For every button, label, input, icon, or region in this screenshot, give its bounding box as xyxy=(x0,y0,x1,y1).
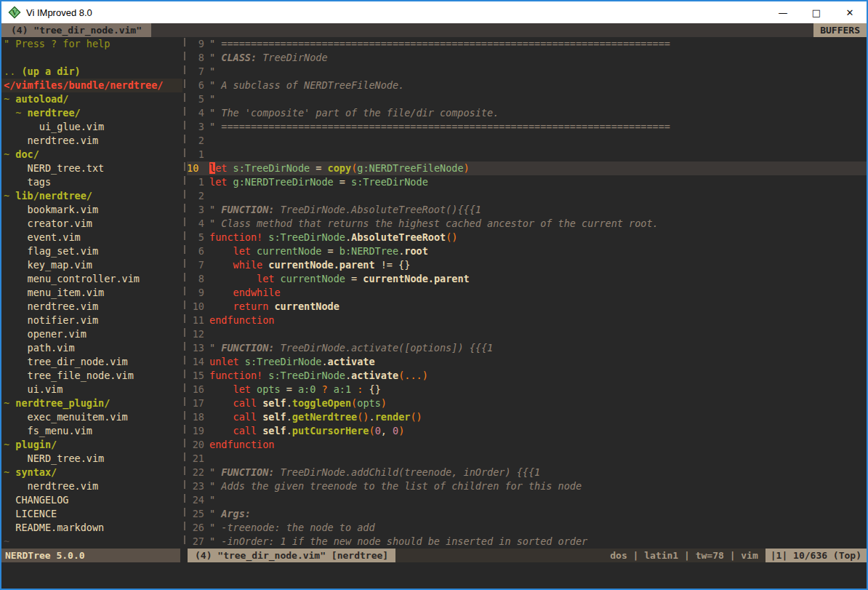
code-line[interactable]: 1 xyxy=(187,148,867,162)
tree-item[interactable]: tags xyxy=(4,175,182,189)
code-line[interactable]: 27" -inOrder: 1 if the new node should b… xyxy=(187,535,867,549)
code-line[interactable]: 9" =====================================… xyxy=(187,37,867,51)
token xyxy=(257,425,262,436)
tree-item[interactable]: ~ nerdtree_plugin/ xyxy=(4,396,182,410)
tree-item[interactable]: NERD_tree.vim xyxy=(4,452,182,466)
tree-item[interactable]: ~ autoload/ xyxy=(4,92,182,106)
buffers-label[interactable]: BUFFERS xyxy=(813,23,867,37)
vim-logo-icon: V xyxy=(8,6,21,19)
tree-item[interactable]: ui_glue.vim xyxy=(4,120,182,134)
code-line[interactable]: 7 while currentNode.parent != {} xyxy=(187,258,867,272)
token: activate xyxy=(351,370,398,381)
code-line[interactable]: 3" FUNCTION: TreeDirNode.AbsoluteTreeRoo… xyxy=(187,203,867,217)
token: s:TreeDirNode xyxy=(233,162,310,174)
code-line[interactable]: 2 xyxy=(187,134,867,148)
code-line[interactable]: 24" xyxy=(187,493,867,507)
line-number: 22 xyxy=(187,466,204,479)
tree-item[interactable]: ~ syntax/ xyxy=(4,466,182,479)
token: endfunction xyxy=(209,314,274,326)
close-button[interactable]: ✕ xyxy=(833,1,867,23)
token: " xyxy=(209,65,215,77)
tree-item[interactable]: bookmark.vim xyxy=(4,203,182,217)
tree-item[interactable]: fs_menu.vim xyxy=(4,424,182,438)
code-line[interactable]: 4" The 'composite' part of the file/dir … xyxy=(187,106,867,120)
token: nerdtree_plugin/ xyxy=(15,397,110,409)
code-line[interactable]: 15function! s:TreeDirNode.activate(...) xyxy=(187,369,867,383)
tree-item[interactable]: menu_item.vim xyxy=(4,286,182,300)
tree-item[interactable]: </vimfiles/bundle/nerdtree/ xyxy=(1,79,182,92)
tree-item[interactable]: creator.vim xyxy=(4,217,182,231)
tab-line: (4) "tree_dir_node.vim" BUFFERS xyxy=(1,23,867,37)
tree-item[interactable]: flag_set.vim xyxy=(4,244,182,258)
code-line[interactable]: 12 xyxy=(187,327,867,341)
tab-active-buffer[interactable]: (4) "tree_dir_node.vim" xyxy=(1,23,151,37)
tree-item[interactable]: ~ lib/nerdtree/ xyxy=(4,189,182,203)
tree-item[interactable]: .. (up a dir) xyxy=(4,65,182,79)
tree-item[interactable]: key_map.vim xyxy=(4,258,182,272)
tree-item[interactable]: NERD_tree.txt xyxy=(4,162,182,175)
tree-item[interactable]: README.markdown xyxy=(4,521,182,535)
code-line[interactable]: 16 let opts = a:0 ? a:1 : {} xyxy=(187,383,867,396)
tree-item[interactable]: menu_controller.vim xyxy=(4,272,182,286)
code-line[interactable]: 21 xyxy=(187,452,867,466)
token: tree_dir_node.vim xyxy=(4,356,128,367)
minimize-button[interactable]: — xyxy=(766,1,800,23)
code-line[interactable]: 7" xyxy=(187,65,867,79)
code-line[interactable]: 23" Adds the given treenode to the list … xyxy=(187,479,867,493)
code-line[interactable]: 3" =====================================… xyxy=(187,120,867,134)
code-line[interactable]: 9 endwhile xyxy=(187,286,867,300)
tree-item[interactable]: ~ xyxy=(4,535,182,549)
token xyxy=(251,245,257,257)
line-number: 2 xyxy=(187,134,204,148)
code-line[interactable]: 1let g:NERDTreeDirNode = s:TreeDirNode xyxy=(187,175,867,189)
tree-item[interactable]: exec_menuitem.vim xyxy=(4,410,182,424)
code-line[interactable]: 10 return currentNode xyxy=(187,300,867,314)
command-line[interactable] xyxy=(1,562,867,589)
line-text: " FUNCTION: TreeDirNode.AbsoluteTreeRoot… xyxy=(204,203,481,217)
code-line[interactable]: 26" -treenode: the node to add xyxy=(187,521,867,535)
token: return xyxy=(233,300,269,312)
code-line[interactable]: 4" Class method that returns the highest… xyxy=(187,217,867,231)
tree-item[interactable]: nerdtree.vim xyxy=(4,134,182,148)
code-line[interactable]: 5function! s:TreeDirNode.AbsoluteTreeRoo… xyxy=(187,231,867,244)
tree-item[interactable]: ~ plugin/ xyxy=(4,438,182,452)
code-line[interactable]: 25" Args: xyxy=(187,507,867,521)
line-text: " Class method that returns the highest … xyxy=(204,217,659,231)
code-line[interactable]: 8 let currentNode = currentNode.parent xyxy=(187,272,867,286)
tree-item[interactable]: tree_dir_node.vim xyxy=(4,355,182,369)
tree-item[interactable]: LICENCE xyxy=(4,507,182,521)
code-line[interactable]: 18 call self.getNerdtree().render() xyxy=(187,410,867,424)
tree-item[interactable]: notifier.vim xyxy=(4,314,182,327)
token: s:TreeDirNode xyxy=(268,231,345,243)
tree-item[interactable]: " Press ? for help xyxy=(4,37,182,51)
tree-item[interactable]: ui.vim xyxy=(4,383,182,396)
code-line[interactable]: 17 call self.toggleOpen(opts) xyxy=(187,396,867,410)
tree-item[interactable]: path.vim xyxy=(4,341,182,355)
tree-item[interactable]: ~ nerdtree/ xyxy=(4,106,182,120)
tree-item[interactable]: event.vim xyxy=(4,231,182,244)
code-line[interactable]: 13" FUNCTION: TreeDirNode.activate([opti… xyxy=(187,341,867,355)
tree-item[interactable]: CHANGELOG xyxy=(4,493,182,507)
code-line[interactable]: 5" xyxy=(187,92,867,106)
code-line[interactable]: 20endfunction xyxy=(187,438,867,452)
tree-item[interactable]: nerdtree.vim xyxy=(4,479,182,493)
token: call xyxy=(233,425,257,436)
tree-item[interactable]: tree_file_node.vim xyxy=(4,369,182,383)
code-line[interactable]: 2 xyxy=(187,189,867,203)
tree-item[interactable] xyxy=(4,51,182,65)
maximize-button[interactable]: □ xyxy=(800,1,833,23)
code-line[interactable]: 22" FUNCTION: TreeDirNode.addChild(treen… xyxy=(187,466,867,479)
line-text: " Adds the given treenode to the list of… xyxy=(204,479,582,493)
code-line[interactable]: 11endfunction xyxy=(187,314,867,327)
code-line[interactable]: 6" A subclass of NERDTreeFileNode. xyxy=(187,79,867,92)
code-line[interactable]: 14unlet s:TreeDirNode.activate xyxy=(187,355,867,369)
line-text: " ======================================… xyxy=(204,37,670,51)
code-line[interactable]: 6 let currentNode = b:NERDTree.root xyxy=(187,244,867,258)
tree-item[interactable]: opener.vim xyxy=(4,327,182,341)
tree-item[interactable]: ~ doc/ xyxy=(4,148,182,162)
code-line[interactable]: 19 call self.putCursorHere(0, 0) xyxy=(187,424,867,438)
tree-item[interactable]: nerdtree.vim xyxy=(4,300,182,314)
token: fs_menu.vim xyxy=(4,425,92,436)
code-line[interactable]: 8" CLASS: TreeDirNode xyxy=(187,51,867,65)
code-line[interactable]: 10let s:TreeDirNode = copy(g:NERDTreeFil… xyxy=(187,162,867,175)
